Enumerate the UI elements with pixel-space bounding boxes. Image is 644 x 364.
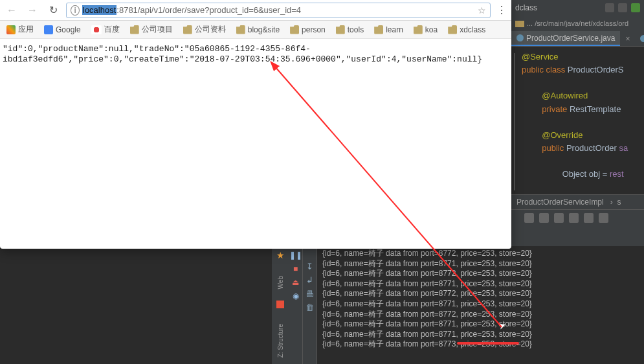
- bookmark-star-icon[interactable]: ☆: [478, 5, 486, 16]
- google-icon: [44, 25, 53, 34]
- trash-icon[interactable]: 🗑: [305, 302, 315, 312]
- folder-icon: [183, 25, 192, 34]
- bookmark-label: Google: [56, 25, 81, 34]
- folder-icon: [336, 25, 345, 34]
- tab-orderserviceapp[interactable]: OrderServiceApp: [635, 31, 644, 46]
- console-panel: ★ Web Z: Structure ❚❚ ■ ⏏ ◉ ↧ ↲ 🖶 🗑 {id=…: [272, 246, 644, 364]
- exit-icon[interactable]: ⏏: [291, 277, 300, 287]
- log-line: {id=6, name=椅子 data from port=8771, pric…: [322, 299, 641, 310]
- wrap-icon[interactable]: ↲: [305, 275, 315, 285]
- folder-icon: [414, 25, 423, 34]
- code-line: RestTemplate: [567, 104, 623, 114]
- apps-icon: [6, 25, 16, 34]
- bookmark-blog[interactable]: blog&site: [236, 25, 280, 34]
- console-controls: ❚❚ ■ ⏏ ◉: [289, 246, 303, 364]
- bookmark-koa[interactable]: koa: [414, 25, 438, 34]
- bookmark-label: 百度: [104, 24, 120, 35]
- bookmark-company-doc[interactable]: 公司资料: [183, 24, 226, 35]
- crumb-text: s: [617, 198, 621, 207]
- tab-close[interactable]: ×: [620, 31, 635, 46]
- tool-icon[interactable]: [539, 213, 549, 223]
- tab-productorderservice[interactable]: ProductOrderService.java: [511, 31, 620, 46]
- log-line: {id=6, name=椅子 data from port=8771, pric…: [322, 330, 641, 340]
- ide-path-text: ... /src/main/java/net/xdclass/ord: [527, 19, 628, 27]
- bookmark-bar: 应用 Google 百度 公司项目 公司资料 blog&site person …: [0, 21, 511, 39]
- log-line: {id=6, name=椅子 data from port=8773, pric…: [322, 339, 641, 350]
- console-output[interactable]: {id=6, name=椅子 data from port=8772, pric…: [322, 249, 641, 350]
- forward-button[interactable]: →: [25, 4, 40, 17]
- url-host: localhost: [83, 5, 116, 15]
- ide-tabs: ProductOrderService.java × OrderServiceA…: [511, 31, 644, 47]
- url-port: :8781: [117, 5, 138, 15]
- bookmark-label: koa: [425, 25, 438, 34]
- code-line: @Service: [522, 52, 559, 62]
- code-editor[interactable]: @Service public class ProductOrderS @Aut…: [511, 47, 644, 194]
- bookmark-label: 公司资料: [195, 24, 226, 35]
- tool-icon[interactable]: [584, 213, 594, 223]
- dropdown-icon[interactable]: [618, 3, 627, 12]
- bookmark-label: person: [302, 25, 326, 34]
- browser-menu-button[interactable]: ⋮: [496, 3, 507, 18]
- annotation-underline: [457, 342, 519, 345]
- hammer-icon[interactable]: [605, 3, 614, 12]
- folder-icon: [130, 25, 139, 34]
- address-bar[interactable]: i localhost:8781/api/v1/order/save?produ…: [66, 3, 491, 18]
- code-line: Object obj =: [562, 169, 610, 179]
- log-line: {id=6, name=椅子 data from port=8772, pric…: [322, 249, 641, 259]
- code-line: public: [542, 143, 564, 153]
- folder-icon: [236, 25, 245, 34]
- response-body: "id":0,"productName":null,"tradeNo":"05a…: [0, 39, 511, 71]
- stop-icon[interactable]: ■: [291, 264, 300, 273]
- ide-run-toolbar: [511, 209, 644, 226]
- ide-path-crumb[interactable]: ... /src/main/java/net/xdclass/ord: [511, 16, 644, 31]
- gutter-label-web[interactable]: Web: [277, 276, 284, 289]
- code-line: sa: [619, 143, 628, 153]
- bookmark-label: learn: [386, 25, 403, 34]
- print-icon[interactable]: 🖶: [305, 289, 315, 299]
- baidu-icon: [91, 25, 102, 34]
- folder-icon: [515, 19, 524, 28]
- log-line: {id=6, name=椅子 data from port=8771, pric…: [322, 279, 641, 290]
- tab-label: ProductOrderService.java: [526, 34, 615, 43]
- tool-icon[interactable]: [554, 213, 564, 223]
- log-line: {id=6, name=椅子 data from port=8771, pric…: [322, 259, 641, 269]
- back-button[interactable]: ←: [4, 4, 19, 17]
- tool-icon[interactable]: [569, 213, 579, 223]
- tool-icon[interactable]: [599, 213, 608, 223]
- bookmark-company-project[interactable]: 公司项目: [130, 24, 173, 35]
- ide-project-name: dclass: [515, 3, 537, 12]
- code-line: ProductOrderS: [565, 65, 623, 74]
- bookmark-baidu[interactable]: 百度: [91, 24, 120, 35]
- code-line: @Override: [542, 130, 583, 140]
- code-line: public class: [522, 65, 565, 74]
- tool-icon[interactable]: [524, 213, 534, 223]
- gutter-label-structure[interactable]: Z: Structure: [277, 324, 284, 358]
- bookmark-person[interactable]: person: [290, 25, 326, 34]
- reload-button[interactable]: ↻: [45, 4, 61, 17]
- folder-icon: [374, 25, 383, 34]
- folder-icon: [448, 25, 457, 34]
- code-line: ProductOrder: [564, 143, 619, 153]
- bookmark-learn[interactable]: learn: [374, 25, 403, 34]
- step-icon[interactable]: ↧: [305, 262, 315, 271]
- apps-label: 应用: [18, 24, 34, 35]
- run-icon[interactable]: [631, 3, 640, 12]
- camera-icon[interactable]: ◉: [291, 291, 300, 301]
- code-line: @Autowired: [542, 91, 588, 100]
- browser-toolbar: ← → ↻ i localhost:8781/api/v1/order/save…: [0, 0, 511, 21]
- bookmark-xdclass[interactable]: xdclass: [448, 25, 485, 34]
- log-line: {id=6, name=椅子 data from port=8772, pric…: [322, 289, 641, 299]
- code-line: private: [542, 104, 567, 114]
- ide-bottom-crumb[interactable]: ProductOrderServiceImpl › s: [511, 194, 644, 209]
- pause-icon[interactable]: ❚❚: [291, 250, 300, 260]
- crumb-text: ProductOrderServiceImpl: [516, 198, 604, 207]
- apps-button[interactable]: 应用: [6, 24, 34, 35]
- class-icon: [516, 34, 524, 41]
- bookmark-google[interactable]: Google: [44, 25, 81, 34]
- gutter-indicator: [276, 301, 284, 308]
- console-gutter: ★ Web Z: Structure: [272, 246, 289, 364]
- bookmark-tools[interactable]: tools: [336, 25, 364, 34]
- browser-window: ← → ↻ i localhost:8781/api/v1/order/save…: [0, 0, 511, 249]
- favorite-icon[interactable]: ★: [276, 250, 285, 260]
- svg-rect-0: [515, 21, 524, 27]
